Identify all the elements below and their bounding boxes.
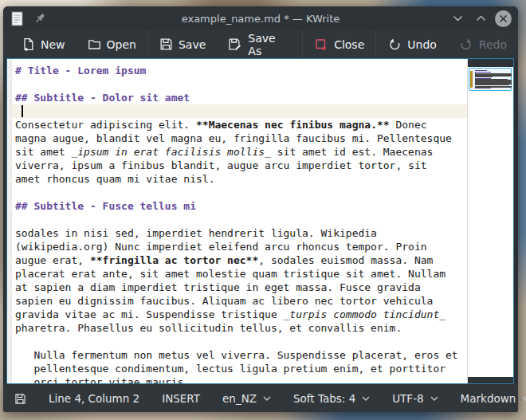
input-mode[interactable]: INSERT [162,392,200,405]
editor-line[interactable]: pellentesque condimentum, lectus ligula … [12,362,467,375]
editor-line[interactable]: ## Subtitle - Dolor sit amet [12,91,467,104]
open-label: Open [107,38,136,51]
minimap-view-indicator[interactable] [469,68,512,91]
document-new-icon [22,37,35,51]
minimap-top-bar [468,59,513,67]
editor-line[interactable]: placerat erat ante, sit amet molestie qu… [12,267,467,281]
editor-line[interactable]: sodales in nisi sed, imperdiet hendrerit… [12,226,467,240]
modified-lines-marker [470,71,473,88]
syntax-mode-selector[interactable]: Markdown [461,392,526,405]
scrollbar-minimap[interactable] [468,59,513,383]
editor-line[interactable] [12,335,467,348]
editor-line[interactable]: magna augue, blandit vel magna eu, fring… [12,131,467,145]
minimap-line [475,78,491,79]
redo-icon [459,37,473,51]
editor-line[interactable]: viverra, ipsum a finibus blandit, augue … [12,159,467,172]
save-as-button[interactable]: Save As [217,30,302,58]
close-label: Close [334,38,364,51]
cursor-position[interactable]: Line 4, Column 2 [49,392,139,405]
save-as-label: Save As [248,32,291,57]
editor-line[interactable]: ## Subtitle - Fusce tellus mi [12,199,467,213]
minimap-line [475,84,509,85]
save-icon [159,37,173,51]
chevron-down-icon [263,396,271,401]
undo-label: Undo [407,38,437,51]
redo-button[interactable]: Redo [448,30,518,58]
editor-line[interactable]: (wikipedia.org) Nunc imperdiet eleifend … [12,240,467,253]
minimap-line [475,72,491,73]
editor-area: # Title - Lorem ipsum## Subtitle - Dolor… [3,58,518,385]
undo-icon [387,37,402,51]
toolbar: New Open Save [3,30,518,58]
dictionary-selector[interactable]: en_NZ [222,392,271,405]
minimap-line [475,88,491,88]
chevron-down-icon [522,396,526,401]
save-status-icon [14,393,26,405]
open-button[interactable]: Open [77,30,147,58]
tab-mode-selector[interactable]: Soft Tabs: 4 [293,392,370,405]
maximize-button[interactable] [472,10,489,27]
save-button[interactable]: Save [148,30,217,58]
editor-line[interactable] [12,104,467,118]
encoding-selector[interactable]: UTF-8 [392,392,438,405]
undo-button[interactable]: Undo [376,30,448,58]
document-icon [11,11,23,26]
editor-line[interactable]: augue erat, **fringilla ac tortor nec**,… [12,253,467,267]
editor-line[interactable]: Consectetur adipiscing elit. **Maecenas … [12,118,467,131]
editor-line[interactable]: at sapien a diam imperdiet tristique in … [12,281,467,294]
pin-icon[interactable] [33,12,46,25]
chevron-down-icon [362,396,370,401]
redo-label: Redo [479,38,507,51]
minimap-line [475,70,487,71]
save-label: Save [179,38,206,51]
text-editor[interactable]: # Title - Lorem ipsum## Subtitle - Dolor… [12,59,467,383]
minimap-line [475,77,493,77]
new-label: New [41,38,65,51]
minimize-button[interactable] [449,10,466,27]
close-window-button[interactable] [495,10,512,27]
chevron-down-icon [430,396,438,401]
editor-line[interactable]: # Title - Lorem ipsum [12,64,467,77]
document-close-icon [314,37,328,52]
editor-line[interactable]: gravida vitae ac mi. Suspendisse tristiq… [12,308,467,321]
editor-line[interactable] [12,186,467,199]
close-document-button[interactable]: Close [303,30,375,58]
editor-line[interactable] [12,77,467,91]
new-button[interactable]: New [10,30,77,58]
editor-line[interactable]: amet rhoncus quam mi vitae nisl. [12,172,467,186]
editor-line[interactable]: sapien eu dignissim faucibus. Aliquam ac… [12,294,467,308]
editor-line[interactable] [12,213,467,226]
folder-open-icon [88,37,101,51]
editor-line[interactable]: orci tortor vitae mauris. [12,375,467,383]
minimap-document [475,70,508,88]
editor-line[interactable]: pharetra. Phasellus eu sollicitudin tell… [12,321,467,335]
editor-line[interactable]: Nulla fermentum non metus vel viverra. S… [12,348,467,362]
save-as-icon [228,37,242,51]
titlebar[interactable]: example_name.md * — KWrite [3,6,518,30]
text-cursor [22,105,23,117]
kwrite-window: example_name.md * — KWrite [3,6,518,412]
statusbar: Line 4, Column 2 INSERT en_NZ Soft Tabs:… [3,385,518,412]
minimap-bottom-bar [468,377,513,383]
editor-frame: # Title - Lorem ipsum## Subtitle - Dolor… [6,58,514,384]
editor-line[interactable]: sit amet _ipsum in erat facilisis mollis… [12,145,467,159]
window-title: example_name.md * — KWrite [3,13,518,25]
